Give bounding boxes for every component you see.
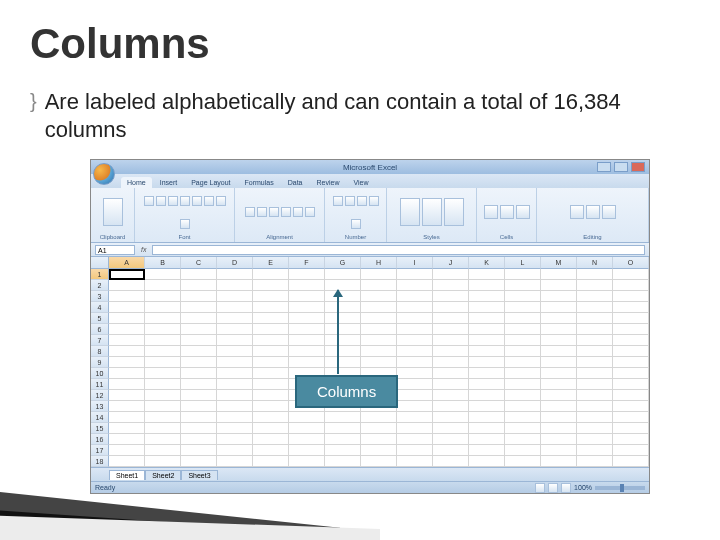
cell[interactable] bbox=[325, 269, 361, 280]
cell[interactable] bbox=[217, 335, 253, 346]
cell[interactable] bbox=[181, 280, 217, 291]
cell[interactable] bbox=[289, 291, 325, 302]
cell[interactable] bbox=[577, 401, 613, 412]
cell[interactable] bbox=[433, 357, 469, 368]
cell[interactable] bbox=[541, 445, 577, 456]
cell[interactable] bbox=[397, 346, 433, 357]
cell[interactable] bbox=[541, 335, 577, 346]
cell[interactable] bbox=[541, 324, 577, 335]
select-all-corner[interactable] bbox=[91, 257, 109, 269]
name-box[interactable]: A1 bbox=[95, 245, 135, 255]
cell[interactable] bbox=[433, 390, 469, 401]
cell[interactable] bbox=[613, 456, 649, 467]
cell[interactable] bbox=[469, 445, 505, 456]
cell[interactable] bbox=[613, 335, 649, 346]
view-normal-icon[interactable] bbox=[535, 483, 545, 493]
cell[interactable] bbox=[325, 324, 361, 335]
cell[interactable] bbox=[505, 280, 541, 291]
cell[interactable] bbox=[181, 390, 217, 401]
cell[interactable] bbox=[541, 456, 577, 467]
cell[interactable] bbox=[541, 313, 577, 324]
cell[interactable] bbox=[505, 423, 541, 434]
column-header-H[interactable]: H bbox=[361, 257, 397, 269]
cell[interactable] bbox=[505, 324, 541, 335]
cell[interactable] bbox=[433, 291, 469, 302]
cell[interactable] bbox=[361, 445, 397, 456]
cell[interactable] bbox=[469, 390, 505, 401]
row-header-12[interactable]: 12 bbox=[91, 390, 109, 401]
conditional-format-icon[interactable] bbox=[400, 198, 420, 226]
column-header-M[interactable]: M bbox=[541, 257, 577, 269]
wrap-text-icon[interactable] bbox=[281, 207, 291, 217]
cell[interactable] bbox=[469, 291, 505, 302]
cell-styles-icon[interactable] bbox=[444, 198, 464, 226]
align-center-icon[interactable] bbox=[257, 207, 267, 217]
cell[interactable] bbox=[433, 445, 469, 456]
merge-icon[interactable] bbox=[293, 207, 303, 217]
cell[interactable] bbox=[109, 302, 145, 313]
view-break-icon[interactable] bbox=[561, 483, 571, 493]
cell[interactable] bbox=[253, 302, 289, 313]
cell[interactable] bbox=[109, 280, 145, 291]
cell[interactable] bbox=[613, 313, 649, 324]
cell[interactable] bbox=[181, 401, 217, 412]
cell[interactable] bbox=[289, 280, 325, 291]
fill-color-icon[interactable] bbox=[192, 196, 202, 206]
cell[interactable] bbox=[433, 269, 469, 280]
cell[interactable] bbox=[577, 269, 613, 280]
cell[interactable] bbox=[397, 390, 433, 401]
align-left-icon[interactable] bbox=[245, 207, 255, 217]
cell[interactable] bbox=[433, 434, 469, 445]
row-header-9[interactable]: 9 bbox=[91, 357, 109, 368]
sort-filter-icon[interactable] bbox=[586, 205, 600, 219]
cell[interactable] bbox=[541, 390, 577, 401]
cell[interactable] bbox=[613, 346, 649, 357]
cell[interactable] bbox=[145, 412, 181, 423]
format-icon[interactable] bbox=[516, 205, 530, 219]
cell[interactable] bbox=[613, 291, 649, 302]
cell[interactable] bbox=[577, 335, 613, 346]
cell[interactable] bbox=[253, 390, 289, 401]
cell[interactable] bbox=[613, 280, 649, 291]
column-header-G[interactable]: G bbox=[325, 257, 361, 269]
cell[interactable] bbox=[217, 280, 253, 291]
cell[interactable] bbox=[361, 280, 397, 291]
tab-formulas[interactable]: Formulas bbox=[239, 177, 280, 188]
tab-review[interactable]: Review bbox=[311, 177, 346, 188]
cell[interactable] bbox=[253, 324, 289, 335]
cell[interactable] bbox=[109, 379, 145, 390]
cell[interactable] bbox=[577, 445, 613, 456]
cell[interactable] bbox=[469, 456, 505, 467]
cell[interactable] bbox=[217, 346, 253, 357]
decrease-decimal-icon[interactable] bbox=[351, 219, 361, 229]
column-header-D[interactable]: D bbox=[217, 257, 253, 269]
cell[interactable] bbox=[397, 269, 433, 280]
cell[interactable] bbox=[397, 434, 433, 445]
cell[interactable] bbox=[613, 368, 649, 379]
close-button[interactable] bbox=[631, 162, 645, 172]
cell[interactable] bbox=[181, 357, 217, 368]
row-header-2[interactable]: 2 bbox=[91, 280, 109, 291]
border-icon[interactable] bbox=[180, 196, 190, 206]
cell[interactable] bbox=[109, 390, 145, 401]
cell[interactable] bbox=[541, 269, 577, 280]
cell[interactable] bbox=[469, 269, 505, 280]
cell[interactable] bbox=[505, 291, 541, 302]
cell[interactable] bbox=[541, 302, 577, 313]
cell[interactable] bbox=[541, 280, 577, 291]
cell[interactable] bbox=[361, 324, 397, 335]
cell[interactable] bbox=[613, 357, 649, 368]
cell[interactable] bbox=[469, 346, 505, 357]
row-header-10[interactable]: 10 bbox=[91, 368, 109, 379]
cell[interactable] bbox=[289, 357, 325, 368]
cell[interactable] bbox=[577, 302, 613, 313]
cell[interactable] bbox=[469, 357, 505, 368]
cell[interactable] bbox=[109, 313, 145, 324]
cell[interactable] bbox=[397, 324, 433, 335]
paste-icon[interactable] bbox=[103, 198, 123, 226]
row-header-13[interactable]: 13 bbox=[91, 401, 109, 412]
cell[interactable] bbox=[253, 313, 289, 324]
tab-insert[interactable]: Insert bbox=[154, 177, 184, 188]
cell[interactable] bbox=[577, 291, 613, 302]
cell[interactable] bbox=[397, 291, 433, 302]
